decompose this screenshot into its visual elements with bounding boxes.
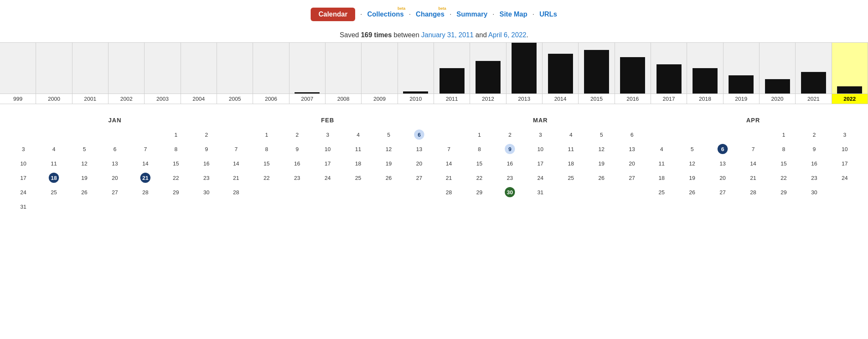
year-label-2021[interactable]: 2021 [796,94,832,104]
cal-day-feb-6[interactable]: 6 [404,128,434,141]
day-num: 4 [353,130,363,140]
year-label-2015[interactable]: 2015 [579,94,615,104]
day-num: 29 [779,187,789,197]
hist-col-2013[interactable] [506,43,542,94]
year-label-2010[interactable]: 2010 [398,94,434,104]
hist-col-2007[interactable] [289,43,326,94]
cal-day-jan-26: 26 [70,185,99,199]
hist-col-2018[interactable] [687,43,723,94]
cal-day-apr-6[interactable]: 6 [708,142,737,156]
cal-day-mar-9[interactable]: 9 [495,142,525,156]
year-label-2002[interactable]: 2002 [108,94,145,104]
start-date-link[interactable]: January 31, 2011 [421,31,474,39]
year-label-2000[interactable]: 2000 [36,94,72,104]
day-num: 16 [809,158,819,168]
collections-beta-badge: beta [398,6,406,11]
day-num: 31 [18,201,28,212]
cal-day-mar-30[interactable]: 30 [495,185,525,199]
hist-bar-2018 [693,68,718,94]
cal-day-mar-26: 26 [587,171,616,185]
hist-col-2011[interactable] [434,43,470,94]
day-num: 27 [414,173,424,183]
day-num: 6 [110,144,120,154]
hist-col-2001[interactable] [72,43,108,94]
hist-bar-2007 [295,92,320,94]
hist-col-2006[interactable] [253,43,289,94]
summary-link[interactable]: Summary [456,11,487,18]
cal-day-apr-10: 10 [830,142,860,156]
year-label-2022[interactable]: 2022 [832,94,868,104]
year-label-2014[interactable]: 2014 [542,94,579,104]
cal-day-feb-24: 24 [313,171,342,185]
hist-bar-2014 [548,54,573,94]
end-date-link[interactable]: April 6, 2022 [488,31,526,39]
year-label-2008[interactable]: 2008 [326,94,362,104]
year-label-2016[interactable]: 2016 [615,94,651,104]
urls-link[interactable]: URLs [540,11,557,18]
year-label-2001[interactable]: 2001 [72,94,108,104]
hist-col-2017[interactable] [651,43,687,94]
cal-day-jan-18[interactable]: 18 [39,171,69,185]
year-label-2009[interactable]: 2009 [362,94,398,104]
hist-col-2010[interactable] [398,43,434,94]
hist-col-2021[interactable] [796,43,832,94]
cal-day-jan-21[interactable]: 21 [131,171,160,185]
hist-col-2008[interactable] [326,43,362,94]
year-label-2013[interactable]: 2013 [506,94,542,104]
hist-col-2022[interactable] [832,43,868,94]
day-num: 6 [718,144,728,154]
day-num: 6 [414,130,424,140]
cal-day-apr-11: 11 [647,157,676,170]
hist-col-2005[interactable] [217,43,253,94]
day-num: 31 [535,187,545,197]
hist-col-2020[interactable] [760,43,796,94]
year-label-2019[interactable]: 2019 [723,94,760,104]
cal-day-mar-6: 6 [617,128,647,141]
year-label-999[interactable]: 999 [0,94,36,104]
hist-col-999[interactable] [0,43,36,94]
day-num: 5 [79,144,89,154]
year-label-2020[interactable]: 2020 [760,94,796,104]
day-num: 13 [627,144,637,154]
cal-day-feb-19: 19 [374,157,403,170]
day-num: 15 [262,158,272,168]
hist-col-2015[interactable] [579,43,615,94]
hist-col-2014[interactable] [542,43,579,94]
hist-col-2016[interactable] [615,43,651,94]
year-label-2003[interactable]: 2003 [145,94,181,104]
hist-col-2009[interactable] [362,43,398,94]
day-num: 12 [384,144,394,154]
year-label-2018[interactable]: 2018 [687,94,723,104]
year-label-2017[interactable]: 2017 [651,94,687,104]
cal-day-jan-19: 19 [70,171,99,185]
calendar-button[interactable]: Calendar [311,8,355,21]
collections-link[interactable]: beta Collections [367,11,403,18]
year-label-2004[interactable]: 2004 [181,94,217,104]
hist-col-2000[interactable] [36,43,72,94]
day-num: 13 [414,144,424,154]
day-num: 24 [18,187,28,197]
year-labels: 9992000200120022003200420052006200720082… [0,94,868,104]
cal-day-jan-22: 22 [161,171,191,185]
cal-day-mar-29: 29 [465,185,494,199]
changes-link[interactable]: beta Changes [416,11,445,18]
hist-col-2002[interactable] [108,43,145,94]
day-num: 9 [505,144,515,154]
hist-col-2003[interactable] [145,43,181,94]
year-label-2011[interactable]: 2011 [434,94,470,104]
cal-day-mar-3: 3 [526,128,555,141]
year-label-2012[interactable]: 2012 [470,94,506,104]
day-num: 27 [718,187,728,197]
hist-bar-2013 [512,43,537,94]
day-num: 19 [79,173,89,183]
hist-col-2019[interactable] [723,43,760,94]
hist-col-2004[interactable] [181,43,217,94]
hist-col-2012[interactable] [470,43,506,94]
day-num: 19 [384,158,394,168]
day-num: 25 [353,173,363,183]
sitemap-link[interactable]: Site Map [499,11,527,18]
cal-day-feb-25: 25 [343,171,373,185]
year-label-2005[interactable]: 2005 [217,94,253,104]
year-label-2006[interactable]: 2006 [253,94,289,104]
year-label-2007[interactable]: 2007 [289,94,326,104]
